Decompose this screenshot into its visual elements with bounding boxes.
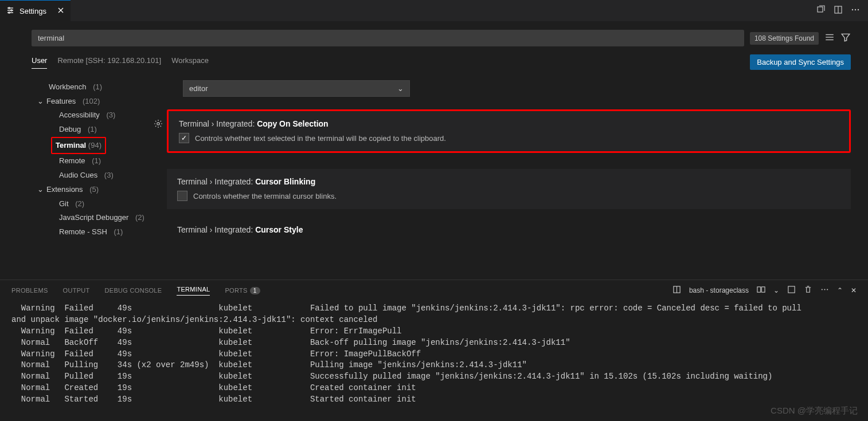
svg-point-17: [157, 123, 159, 125]
terminal-shell-label[interactable]: bash - storageclass: [689, 286, 749, 294]
tree-accessibility[interactable]: Accessibility (3): [32, 108, 146, 123]
terminal-shell-icon[interactable]: [672, 285, 681, 296]
setting-title: Terminal › Integrated: Copy On Selection: [179, 119, 839, 128]
panel-tab-problems[interactable]: PROBLEMS: [11, 287, 48, 294]
tree-js-debugger[interactable]: JavaScript Debugger (2): [32, 211, 146, 225]
svg-rect-21: [761, 287, 765, 292]
tree-remote-ssh[interactable]: Remote - SSH (1): [32, 225, 146, 239]
settings-search-row: 108 Settings Found: [0, 22, 868, 46]
scope-workspace-tab[interactable]: Workspace: [171, 56, 209, 69]
bottom-panel: PROBLEMS OUTPUT DEBUG CONSOLE TERMINAL P…: [0, 280, 868, 421]
run-settings-icon[interactable]: [816, 5, 826, 16]
gear-icon[interactable]: [154, 119, 163, 130]
panel-tab-ports[interactable]: PORTS1: [225, 287, 260, 294]
panel-tab-terminal[interactable]: TERMINAL: [177, 286, 210, 296]
settings-icon: [6, 6, 15, 17]
chevron-down-icon[interactable]: ⌄: [773, 286, 779, 294]
close-icon[interactable]: [57, 6, 65, 16]
checkbox-unchecked[interactable]: [177, 191, 187, 201]
trash-icon[interactable]: [804, 285, 812, 296]
results-count-badge: 108 Settings Found: [750, 32, 819, 45]
panel-tab-bar: PROBLEMS OUTPUT DEBUG CONSOLE TERMINAL P…: [0, 280, 868, 301]
layout-icon[interactable]: [787, 285, 796, 296]
terminal-output[interactable]: Warning Failed 49s kubelet Failed to pul…: [0, 301, 868, 408]
filter-icon[interactable]: [840, 32, 851, 44]
search-input[interactable]: [32, 30, 744, 46]
setting-dropdown[interactable]: editor ⌄: [183, 80, 410, 97]
tree-extensions[interactable]: ⌄Extensions (5): [32, 183, 146, 197]
checkbox-checked[interactable]: ✓: [179, 133, 189, 143]
panel-tab-debug-console[interactable]: DEBUG CONSOLE: [105, 287, 162, 294]
tree-debug[interactable]: Debug (1): [32, 123, 146, 137]
tree-remote[interactable]: Remote (1): [32, 154, 146, 168]
tree-audio-cues[interactable]: Audio Cues (3): [32, 168, 146, 183]
svg-rect-22: [788, 286, 795, 293]
tree-workbench[interactable]: Workbench (1): [32, 80, 146, 95]
more-icon[interactable]: [820, 285, 829, 296]
settings-tab[interactable]: Settings: [0, 0, 71, 21]
svg-point-11: [852, 9, 853, 10]
svg-point-13: [858, 9, 859, 10]
split-terminal-icon[interactable]: [757, 285, 765, 296]
settings-scope-row: User Remote [SSH: 192.168.20.101] Worksp…: [0, 46, 868, 70]
svg-point-24: [824, 289, 825, 290]
panel-tab-output[interactable]: OUTPUT: [63, 287, 90, 294]
setting-description: Controls whether text selected in the te…: [195, 134, 446, 143]
svg-rect-8: [818, 7, 823, 12]
svg-point-25: [827, 289, 828, 290]
setting-cursor-style[interactable]: Terminal › Integrated: Cursor Style: [177, 225, 851, 234]
ports-badge: 1: [250, 287, 260, 294]
svg-rect-20: [757, 287, 761, 292]
svg-point-4: [11, 9, 12, 10]
tab-title: Settings: [19, 7, 46, 15]
close-panel-icon[interactable]: ✕: [851, 286, 857, 294]
svg-point-5: [9, 11, 10, 13]
setting-title: Terminal › Integrated: Cursor Blinking: [177, 177, 840, 186]
chevron-up-icon[interactable]: ⌃: [837, 286, 843, 294]
settings-tree: Workbench (1) ⌄Features (102) Accessibil…: [32, 80, 146, 247]
editor-tab-bar: Settings: [0, 0, 868, 22]
settings-toggle-icon[interactable]: [824, 32, 835, 44]
scope-user-tab[interactable]: User: [32, 56, 47, 69]
chevron-down-icon: ⌄: [37, 95, 44, 109]
more-icon[interactable]: [851, 5, 860, 16]
setting-description: Controls whether the terminal cursor bli…: [193, 192, 337, 200]
settings-list: editor ⌄ Terminal › Integrated: Copy On …: [146, 80, 851, 247]
setting-cursor-blinking[interactable]: Terminal › Integrated: Cursor Blinking C…: [167, 169, 851, 209]
tree-terminal[interactable]: Terminal (94): [32, 137, 146, 155]
svg-point-3: [9, 7, 10, 8]
tree-git[interactable]: Git (2): [32, 197, 146, 211]
split-editor-icon[interactable]: [834, 5, 843, 16]
chevron-down-icon: ⌄: [397, 84, 404, 93]
dropdown-value: editor: [189, 84, 208, 93]
scope-remote-tab[interactable]: Remote [SSH: 192.168.20.101]: [57, 56, 161, 69]
chevron-down-icon: ⌄: [37, 183, 44, 197]
tree-features[interactable]: ⌄Features (102): [32, 95, 146, 109]
svg-point-23: [822, 289, 823, 290]
backup-sync-button[interactable]: Backup and Sync Settings: [750, 54, 851, 70]
svg-point-12: [855, 9, 856, 10]
setting-copy-on-selection[interactable]: Terminal › Integrated: Copy On Selection…: [167, 109, 851, 153]
